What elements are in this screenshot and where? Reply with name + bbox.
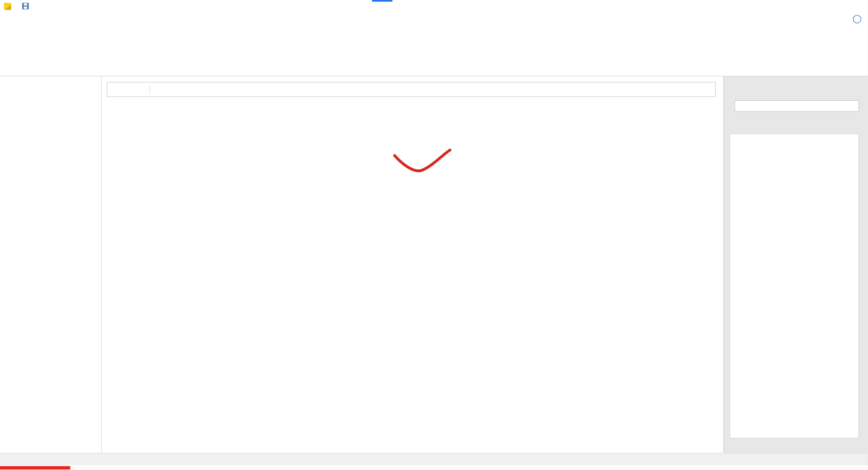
status-bar	[0, 453, 868, 465]
name-label	[724, 96, 868, 100]
data-preview-area	[102, 97, 723, 453]
power-query-editor-window	[0, 0, 868, 470]
query-name-input[interactable]	[735, 100, 859, 112]
maximize-button[interactable]	[816, 0, 842, 12]
workspace	[0, 76, 868, 453]
minimize-button[interactable]	[790, 0, 816, 12]
queries-panel-header	[0, 76, 101, 89]
red-underline-annotation	[0, 466, 70, 469]
center-pane	[102, 76, 723, 453]
all-properties-link[interactable]	[724, 112, 868, 117]
formula-divider	[150, 85, 150, 94]
query-list	[0, 89, 101, 453]
titlebar	[0, 0, 868, 12]
app-logo-icon	[4, 3, 11, 10]
applied-steps-list	[730, 133, 859, 438]
data-grid	[107, 102, 391, 252]
ribbon-tab-list	[0, 12, 5, 26]
query-settings-panel	[723, 76, 868, 453]
window-controls	[790, 0, 868, 12]
bottom-strip	[0, 465, 868, 470]
query-settings-header	[724, 76, 868, 89]
close-button[interactable]	[842, 0, 868, 12]
ribbon	[0, 26, 868, 76]
ribbon-tab-row-right	[846, 12, 868, 26]
queries-panel	[0, 76, 102, 453]
blue-artifact-annotation	[372, 0, 392, 2]
formula-bar	[107, 82, 716, 97]
red-checkmark-annotation	[391, 148, 453, 175]
save-icon[interactable]	[22, 3, 29, 9]
help-icon[interactable]	[853, 15, 861, 23]
properties-section-header[interactable]	[724, 89, 868, 96]
applied-steps-section-header[interactable]	[724, 117, 868, 131]
ribbon-tab-row	[0, 12, 868, 26]
